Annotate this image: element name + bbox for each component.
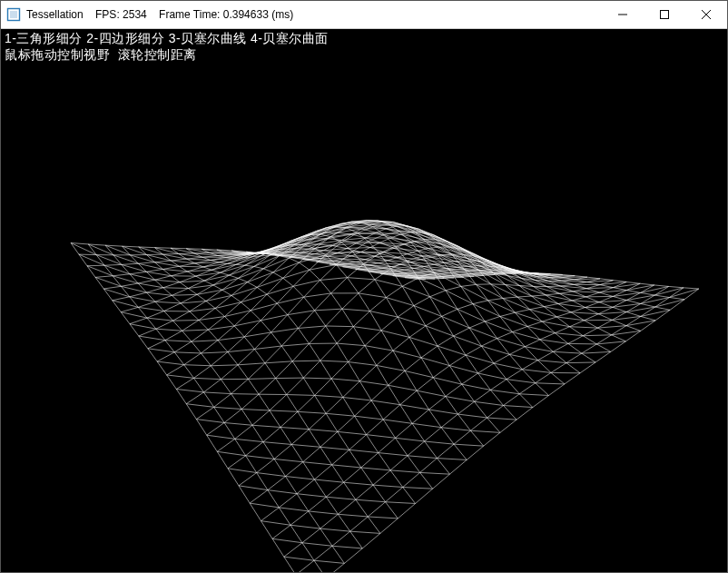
svg-rect-1 <box>10 11 17 18</box>
app-icon <box>6 7 21 22</box>
titlebar[interactable]: Tessellation FPS: 2534 Frame Time: 0.394… <box>1 1 727 29</box>
overlay-line-2: 鼠标拖动控制视野 滚轮控制距离 <box>5 47 197 62</box>
svg-rect-3 <box>661 11 669 19</box>
overlay-help: 1-三角形细分 2-四边形细分 3-贝塞尔曲线 4-贝塞尔曲面 鼠标拖动控制视野… <box>5 31 329 63</box>
minimize-button[interactable] <box>602 1 644 28</box>
viewport[interactable]: 1-三角形细分 2-四边形细分 3-贝塞尔曲线 4-贝塞尔曲面 鼠标拖动控制视野… <box>1 29 727 572</box>
mesh-canvas[interactable] <box>1 29 727 572</box>
window-title: Tessellation FPS: 2534 Frame Time: 0.394… <box>26 8 293 21</box>
app-window: Tessellation FPS: 2534 Frame Time: 0.394… <box>0 0 728 573</box>
window-controls <box>602 1 727 28</box>
maximize-button[interactable] <box>644 1 685 28</box>
close-button[interactable] <box>685 1 727 28</box>
title-left: Tessellation FPS: 2534 Frame Time: 0.394… <box>1 7 293 22</box>
overlay-line-1: 1-三角形细分 2-四边形细分 3-贝塞尔曲线 4-贝塞尔曲面 <box>5 31 329 45</box>
